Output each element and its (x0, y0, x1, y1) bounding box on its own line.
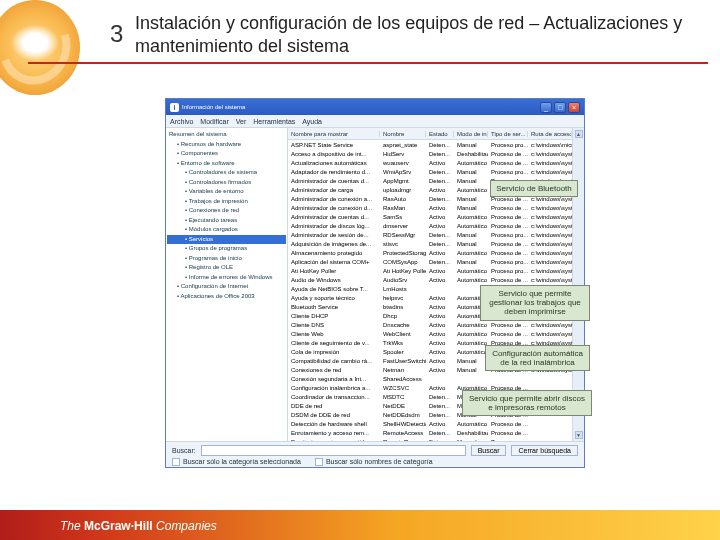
tree-item[interactable]: • Controladores firmados (167, 178, 286, 188)
table-row[interactable]: Acceso a dispositivo de int...HidServDet… (288, 149, 572, 158)
tree-item[interactable]: • Servicios (167, 235, 286, 245)
close-search-button[interactable]: Cerrar búsqueda (511, 445, 578, 456)
search-opt-names-only[interactable]: Buscar sólo nombres de categoría (315, 458, 433, 466)
tree-item[interactable]: • Configuración de Internet (167, 282, 286, 292)
table-row[interactable]: Ati HotKey PollerAti HotKey PollerActivo… (288, 266, 572, 275)
tree-item[interactable]: • Programas de inicio (167, 254, 286, 264)
table-row[interactable]: Cliente WebWebClientActivoAutomáticoProc… (288, 329, 572, 338)
callout-bluetooth: Servicio de Bluetooth (490, 180, 578, 197)
table-row[interactable]: Enrutamiento y acceso rem...RemoteAccess… (288, 428, 572, 437)
search-input[interactable] (201, 445, 466, 456)
table-row[interactable]: Administrador de conexión d...RasManActi… (288, 203, 572, 212)
column-headers[interactable]: Nombre para mostrarNombreEstadoModo de i… (288, 128, 572, 140)
tree-item[interactable]: • Registro de OLE (167, 263, 286, 273)
slide-number: 3 (110, 20, 123, 48)
table-row[interactable]: Detección de hardware shellShellHWDetect… (288, 419, 572, 428)
tree-item[interactable]: • Aplicaciones de Office 2003 (167, 292, 286, 302)
tree-item[interactable]: • Componentes (167, 149, 286, 159)
search-opt-selected-category[interactable]: Buscar sólo la categoría seleccionada (172, 458, 301, 466)
tree-item[interactable]: • Controladores de sistema (167, 168, 286, 178)
minimize-button[interactable]: _ (540, 102, 552, 113)
tree-item[interactable]: • Variables de entorno (167, 187, 286, 197)
callout-wireless: Configuración automática de la red inalá… (485, 345, 590, 371)
checkbox-icon[interactable] (315, 458, 323, 466)
col-header[interactable]: Nombre (380, 131, 426, 137)
menu-ayuda[interactable]: Ayuda (302, 118, 322, 125)
col-header[interactable]: Tipo de ser... (488, 131, 528, 137)
col-header[interactable]: Ruta de acceso (528, 131, 572, 137)
tree-item[interactable]: • Trabajos de impresión (167, 197, 286, 207)
titlebar[interactable]: Información del sistema _ □ × (166, 99, 584, 115)
table-row[interactable]: Cliente DNSDnscacheActivoAutomáticoProce… (288, 320, 572, 329)
table-row[interactable]: ASP.NET State Serviceaspnet_stateDeten..… (288, 140, 572, 149)
menu-herramientas[interactable]: Herramientas (253, 118, 295, 125)
search-button[interactable]: Buscar (471, 445, 507, 456)
search-label: Buscar: (172, 447, 196, 454)
decorative-swirl (0, 0, 80, 95)
table-row[interactable]: Administrador de cuentas d...SamSsActivo… (288, 212, 572, 221)
tree-item[interactable]: • Grupos de programas (167, 244, 286, 254)
window-title: Información del sistema (182, 104, 245, 110)
tree-root[interactable]: Resumen del sistema (167, 130, 286, 140)
nav-tree[interactable]: Resumen del sistema• Recursos de hardwar… (166, 128, 288, 441)
callout-remote-disks: Servicio que permite abrir discos e impr… (462, 390, 592, 416)
menubar[interactable]: ArchivoModificarVerHerramientasAyuda (166, 115, 584, 128)
checkbox-icon[interactable] (172, 458, 180, 466)
tree-item[interactable]: • Recursos de hardware (167, 140, 286, 150)
tree-item[interactable]: • Conexiones de red (167, 206, 286, 216)
callout-print-jobs: Servicio que permite gestionar los traba… (480, 285, 590, 321)
slide-title: Instalación y configuración de los equip… (135, 12, 695, 59)
close-button[interactable]: × (568, 102, 580, 113)
menu-modificar[interactable]: Modificar (200, 118, 228, 125)
title-underline (28, 62, 708, 64)
table-row[interactable]: Adaptador de rendimiento d...WmiApSrvDet… (288, 167, 572, 176)
col-header[interactable]: Nombre para mostrar (288, 131, 380, 137)
brand-text: The McGraw·Hill Companies (60, 519, 217, 533)
table-row[interactable]: Almacenamiento protegidoProtectedStorage… (288, 248, 572, 257)
scroll-down-icon[interactable]: ▼ (575, 431, 583, 439)
tree-item[interactable]: • Informe de errores de Windows (167, 273, 286, 283)
app-icon (170, 103, 179, 112)
table-row[interactable]: Actualizaciones automáticaswuauservActiv… (288, 158, 572, 167)
table-row[interactable]: Administrador de discos lóg...dmserverAc… (288, 221, 572, 230)
col-header[interactable]: Modo de in... (454, 131, 488, 137)
col-header[interactable]: Estado (426, 131, 454, 137)
maximize-button[interactable]: □ (554, 102, 566, 113)
menu-ver[interactable]: Ver (236, 118, 247, 125)
table-row[interactable]: Conexión segundaria a Int...SharedAccess (288, 374, 572, 383)
table-row[interactable]: Audio de WindowsAudioSrvActivoAutomático… (288, 275, 572, 284)
menu-archivo[interactable]: Archivo (170, 118, 193, 125)
table-row[interactable]: Administrador de sesión de...RDSessMgrDe… (288, 230, 572, 239)
tree-item[interactable]: • Ejecutando tareas (167, 216, 286, 226)
table-row[interactable]: Adquisición de imágenes de...stisvcDeten… (288, 239, 572, 248)
tree-item[interactable]: • Módulos cargados (167, 225, 286, 235)
table-row[interactable]: Aplicación del sistema COM+COMSysAppDete… (288, 257, 572, 266)
search-panel: Buscar: Buscar Cerrar búsqueda Buscar só… (166, 441, 584, 467)
scroll-up-icon[interactable]: ▲ (575, 130, 583, 138)
tree-item[interactable]: • Entorno de software (167, 159, 286, 169)
